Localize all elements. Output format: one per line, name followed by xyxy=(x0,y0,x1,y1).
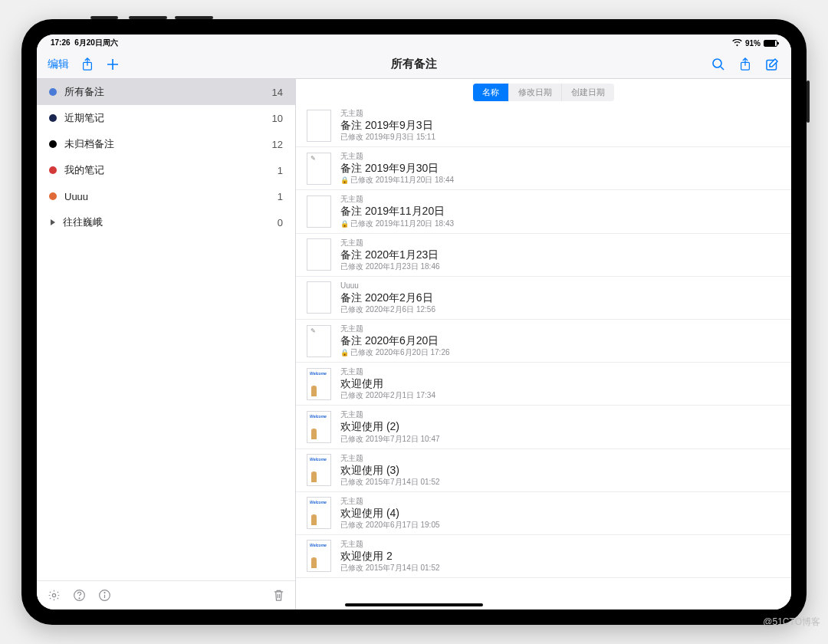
main: 所有备注14近期笔记10未归档备注12我的笔记1Uuuu1往往巍峨0 xyxy=(37,79,791,610)
note-title: 欢迎使用 (2) xyxy=(340,419,780,433)
note-modified: 已修改 2015年7月14日 01:52 xyxy=(340,478,780,487)
note-title: 备注 2019年11月20日 xyxy=(340,204,780,218)
folder-name: 未归档备注 xyxy=(64,137,272,151)
folder-count: 12 xyxy=(272,139,283,150)
search-button[interactable] xyxy=(711,58,725,71)
note-thumbnail xyxy=(307,540,331,572)
compose-button[interactable] xyxy=(765,58,779,71)
note-modified: 🔒已修改 2020年6月20日 17:26 xyxy=(340,348,780,357)
note-item[interactable]: 无主题备注 2020年1月23日已修改 2020年1月23日 18:46 xyxy=(296,234,791,277)
folder-color-dot xyxy=(49,192,57,200)
device-frame: 17:26 6月20日周六 91% 编辑 所有备注 xyxy=(21,19,807,625)
note-thumbnail xyxy=(307,411,331,443)
battery-percent: 91% xyxy=(745,39,761,48)
folder-color-dot xyxy=(49,140,57,148)
note-subject: 无主题 xyxy=(340,109,780,118)
note-title: 备注 2019年9月30日 xyxy=(340,161,780,175)
folder-item[interactable]: 往往巍峨0 xyxy=(37,209,295,235)
note-thumbnail xyxy=(307,368,331,400)
note-thumbnail xyxy=(307,153,331,185)
folder-item[interactable]: 我的笔记1 xyxy=(37,157,295,183)
note-title: 欢迎使用 (3) xyxy=(340,463,780,477)
folder-name: Uuuu xyxy=(64,191,278,202)
note-info: 无主题备注 2020年1月23日已修改 2020年1月23日 18:46 xyxy=(340,238,780,271)
svg-point-8 xyxy=(104,593,105,593)
folder-count: 14 xyxy=(272,87,283,98)
watermark: @51CTO博客 xyxy=(763,616,820,629)
note-modified: 已修改 2020年2月1日 17:34 xyxy=(340,391,780,400)
folder-item[interactable]: 所有备注14 xyxy=(37,79,295,105)
status-time: 17:26 xyxy=(51,38,71,47)
lock-icon: 🔒 xyxy=(340,176,349,184)
note-thumbnail xyxy=(307,497,331,529)
segment-created[interactable]: 创建日期 xyxy=(562,84,614,101)
help-button[interactable] xyxy=(73,589,86,602)
note-item[interactable]: 无主题欢迎使用 2已修改 2015年7月14日 01:52 xyxy=(296,535,791,578)
note-subject: 无主题 xyxy=(340,410,780,419)
note-item[interactable]: 无主题备注 2019年11月20日🔒已修改 2019年11月20日 18:43 xyxy=(296,190,791,233)
folder-item[interactable]: 近期笔记10 xyxy=(37,105,295,131)
folder-name: 往往巍峨 xyxy=(63,215,278,229)
add-button[interactable] xyxy=(106,58,120,71)
note-thumbnail xyxy=(307,454,331,486)
folder-color-dot xyxy=(49,114,57,122)
note-thumbnail xyxy=(307,238,331,271)
edit-button[interactable]: 编辑 xyxy=(48,58,69,71)
note-title: 欢迎使用 2 xyxy=(340,549,780,563)
note-title: 欢迎使用 xyxy=(340,376,780,390)
segment-modified[interactable]: 修改日期 xyxy=(509,84,562,101)
note-title: 备注 2019年9月3日 xyxy=(340,118,780,132)
note-title: 欢迎使用 (4) xyxy=(340,506,780,520)
note-item[interactable]: 无主题备注 2019年9月30日🔒已修改 2019年11月20日 18:44 xyxy=(296,147,791,190)
page-title: 所有备注 xyxy=(391,57,437,71)
note-info: 无主题备注 2020年6月20日🔒已修改 2020年6月20日 17:26 xyxy=(340,324,780,357)
note-item[interactable]: 无主题欢迎使用已修改 2020年2月1日 17:34 xyxy=(296,363,791,406)
share-button[interactable] xyxy=(81,58,94,71)
note-info: 无主题欢迎使用 2已修改 2015年7月14日 01:52 xyxy=(340,540,780,573)
note-modified: 已修改 2019年9月3日 15:11 xyxy=(340,133,780,142)
note-info: 无主题备注 2019年11月20日🔒已修改 2019年11月20日 18:43 xyxy=(340,195,780,228)
folder-item[interactable]: 未归档备注12 xyxy=(37,131,295,157)
export-button[interactable] xyxy=(739,58,751,71)
note-subject: 无主题 xyxy=(340,324,780,334)
note-thumbnail xyxy=(307,110,331,142)
note-info: 无主题欢迎使用 (4)已修改 2020年6月17日 19:05 xyxy=(340,497,780,530)
status-date: 6月20日周六 xyxy=(74,38,118,47)
note-list[interactable]: 无主题备注 2019年9月3日已修改 2019年9月3日 15:11无主题备注 … xyxy=(296,104,791,610)
note-modified: 已修改 2020年2月6日 12:56 xyxy=(340,305,780,314)
settings-button[interactable] xyxy=(48,589,61,602)
lock-icon: 🔒 xyxy=(340,349,349,356)
note-item[interactable]: 无主题备注 2019年9月3日已修改 2019年9月3日 15:11 xyxy=(296,104,791,147)
trash-button[interactable] xyxy=(273,589,284,602)
note-info: 无主题欢迎使用 (2)已修改 2019年7月12日 10:47 xyxy=(340,410,780,443)
folder-item[interactable]: Uuuu1 xyxy=(37,183,295,209)
note-title: 备注 2020年2月6日 xyxy=(340,291,780,304)
status-bar: 17:26 6月20日周六 91% xyxy=(37,34,791,50)
folder-count: 10 xyxy=(272,113,283,124)
note-subject: 无主题 xyxy=(340,152,780,161)
status-right: 91% xyxy=(732,39,777,48)
note-item[interactable]: 无主题欢迎使用 (3)已修改 2015年7月14日 01:52 xyxy=(296,449,791,492)
note-item[interactable]: 无主题欢迎使用 (4)已修改 2020年6月17日 19:05 xyxy=(296,492,791,535)
note-item[interactable]: 无主题欢迎使用 (2)已修改 2019年7月12日 10:47 xyxy=(296,406,791,449)
folder-count: 0 xyxy=(278,217,283,228)
note-subject: 无主题 xyxy=(340,497,780,506)
note-item[interactable]: Uuuu备注 2020年2月6日已修改 2020年2月6日 12:56 xyxy=(296,277,791,320)
note-info: Uuuu备注 2020年2月6日已修改 2020年2月6日 12:56 xyxy=(340,281,780,314)
hw-button xyxy=(175,16,213,19)
folder-name: 近期笔记 xyxy=(64,111,272,125)
sidebar: 所有备注14近期笔记10未归档备注12我的笔记1Uuuu1往往巍峨0 xyxy=(37,79,296,610)
disclosure-triangle-icon xyxy=(51,219,55,225)
note-item[interactable]: 无主题备注 2020年6月20日🔒已修改 2020年6月20日 17:26 xyxy=(296,320,791,363)
note-subject: Uuuu xyxy=(340,281,780,291)
folder-count: 1 xyxy=(278,165,283,176)
segment-name[interactable]: 名称 xyxy=(473,84,509,101)
note-subject: 无主题 xyxy=(340,540,780,549)
note-modified: 已修改 2020年1月23日 18:46 xyxy=(340,262,780,271)
note-modified: 已修改 2019年7月12日 10:47 xyxy=(340,435,780,444)
info-button[interactable] xyxy=(98,589,111,602)
note-thumbnail xyxy=(307,325,331,357)
note-modified: 已修改 2020年6月17日 19:05 xyxy=(340,521,780,530)
folder-name: 我的笔记 xyxy=(64,163,278,177)
home-indicator xyxy=(345,603,483,606)
